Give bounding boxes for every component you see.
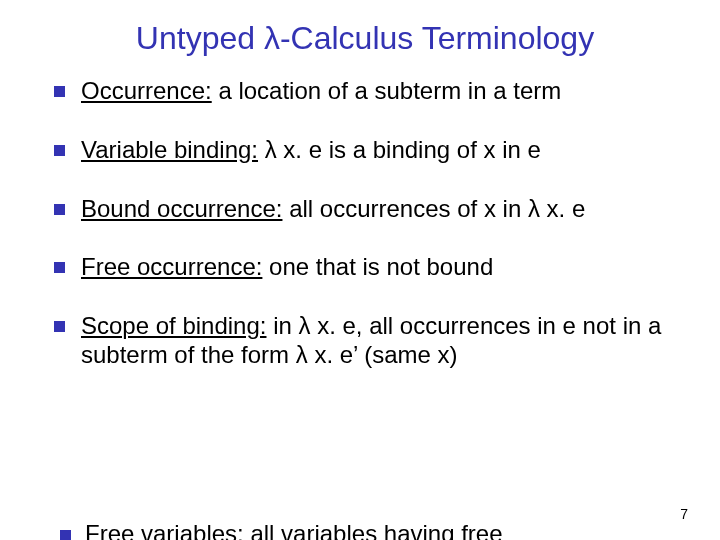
item-text: Variable binding: λ x. e is a binding of… (81, 136, 680, 165)
term: Bound occurrence: (81, 195, 282, 222)
item-text: Scope of binding: in λ x. e, all occurre… (81, 312, 680, 370)
bullet-icon (54, 86, 65, 97)
bullet-icon (54, 204, 65, 215)
item-text: Free occurrence: one that is not bound (81, 253, 680, 282)
term: Scope of binding: (81, 312, 266, 339)
list-item: Variable binding: λ x. e is a binding of… (54, 136, 680, 165)
item-text: Occurrence: a location of a subterm in a… (81, 77, 680, 106)
term: Free variables: (85, 520, 244, 540)
list-item: Free occurrence: one that is not bound (54, 253, 680, 282)
bullet-icon (54, 321, 65, 332)
definition: all occurrences of x in λ x. e (282, 195, 585, 222)
bullet-list: Occurrence: a location of a subterm in a… (50, 77, 680, 370)
bullet-icon (60, 530, 71, 540)
bullet-icon (54, 145, 65, 156)
term: Variable binding: (81, 136, 258, 163)
slide: Untyped λ-Calculus Terminology Occurrenc… (0, 0, 720, 540)
definition: a location of a subterm in a term (212, 77, 562, 104)
bullet-icon (54, 262, 65, 273)
list-item: Occurrence: a location of a subterm in a… (54, 77, 680, 106)
item-text: Bound occurrence: all occurrences of x i… (81, 195, 680, 224)
term: Occurrence: (81, 77, 212, 104)
page-number: 7 (680, 506, 688, 522)
term: Free occurrence: (81, 253, 262, 280)
definition: one that is not bound (262, 253, 493, 280)
definition: λ x. e is a binding of x in e (258, 136, 541, 163)
list-item: Scope of binding: in λ x. e, all occurre… (54, 312, 680, 370)
definition: all variables having free (244, 520, 503, 540)
list-item: Bound occurrence: all occurrences of x i… (54, 195, 680, 224)
cutoff-item: Free variables: all variables having fre… (60, 520, 503, 540)
slide-title: Untyped λ-Calculus Terminology (50, 20, 680, 57)
